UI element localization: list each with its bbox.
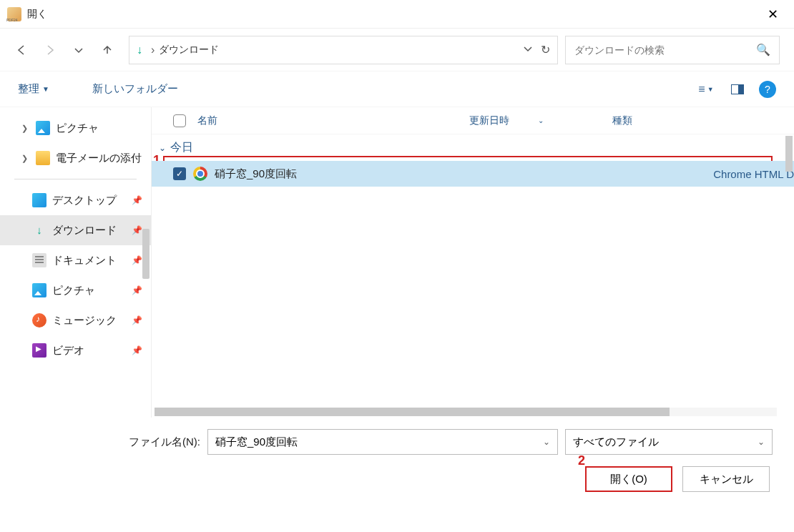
- window-title: 開く: [27, 8, 758, 21]
- pin-icon[interactable]: 📌: [132, 345, 142, 355]
- search-icon[interactable]: 🔍: [756, 43, 770, 56]
- video-icon: [32, 343, 46, 358]
- sidebar-label: ダウンロード: [52, 224, 117, 237]
- filename-input[interactable]: 硝子窓_90度回転 ⌄: [207, 429, 558, 455]
- search-box[interactable]: 🔍: [565, 36, 780, 64]
- forward-button[interactable]: [43, 43, 57, 57]
- tree-item-pictures[interactable]: ❯ ピクチャ: [0, 113, 151, 143]
- vertical-scrollbar[interactable]: [785, 136, 793, 172]
- nav-bar: ↓ › ダウンロード ↻ 🔍: [0, 29, 794, 72]
- chevron-right-icon[interactable]: ❯: [21, 124, 30, 133]
- column-type[interactable]: 種類: [612, 114, 632, 127]
- open-button[interactable]: 開く(O): [585, 466, 672, 492]
- file-checkbox[interactable]: ✓: [173, 167, 186, 180]
- pictures-icon: [36, 121, 50, 135]
- chevron-down-icon[interactable]: ⌄: [758, 437, 765, 447]
- sidebar-divider: [14, 179, 137, 179]
- recent-dropdown[interactable]: [72, 43, 86, 57]
- annotation-2: 2: [578, 453, 585, 468]
- title-bar: 開く ✕: [0, 0, 794, 29]
- music-icon: [32, 313, 46, 327]
- column-name[interactable]: 名前: [197, 114, 469, 127]
- sidebar-label: デスクトップ: [52, 194, 117, 207]
- download-icon: ↓: [32, 223, 46, 237]
- pin-icon[interactable]: 📌: [132, 285, 142, 295]
- chrome-icon: [193, 167, 207, 181]
- tree-item-email[interactable]: ❯ 電子メールの添付: [0, 143, 151, 173]
- file-name: 硝子窓_90度回転: [215, 167, 713, 181]
- up-button[interactable]: [100, 43, 114, 57]
- footer: ファイル名(N): 硝子窓_90度回転 ⌄ すべてのファイル ⌄ 2 開く(O)…: [0, 418, 794, 503]
- column-headers: 名前 更新日時⌄ 種類: [152, 107, 794, 134]
- pin-icon[interactable]: 📌: [132, 255, 142, 265]
- download-icon: ↓: [137, 44, 142, 56]
- back-button[interactable]: [14, 43, 29, 57]
- preview-pane-button[interactable]: [725, 77, 750, 102]
- sidebar-label: ビデオ: [52, 344, 84, 358]
- path-segment[interactable]: ダウンロード: [159, 44, 515, 56]
- sidebar-scrollbar[interactable]: [142, 229, 150, 279]
- sidebar-item-desktop[interactable]: デスクトップ 📌: [0, 185, 151, 215]
- new-folder-button[interactable]: 新しいフォルダー: [92, 82, 178, 96]
- pin-icon[interactable]: 📌: [132, 225, 142, 235]
- path-separator: ›: [151, 44, 155, 56]
- close-button[interactable]: ✕: [758, 6, 787, 22]
- path-dropdown[interactable]: [522, 43, 534, 57]
- document-icon: [32, 253, 46, 267]
- pin-icon[interactable]: 📌: [132, 195, 142, 205]
- app-icon: [7, 7, 21, 21]
- cancel-button[interactable]: キャンセル: [682, 466, 770, 492]
- file-type-filter[interactable]: すべてのファイル ⌄: [565, 429, 773, 455]
- organize-menu[interactable]: 整理 ▼: [18, 82, 49, 96]
- horizontal-scrollbar[interactable]: [155, 408, 777, 416]
- sidebar-item-video[interactable]: ビデオ 📌: [0, 335, 151, 365]
- sidebar-label: ドキュメント: [52, 254, 117, 267]
- address-bar[interactable]: ↓ › ダウンロード ↻: [129, 36, 558, 64]
- toolbar: 整理 ▼ 新しいフォルダー ≡ ▼ ?: [0, 72, 794, 107]
- refresh-button[interactable]: ↻: [541, 43, 550, 56]
- sidebar: ❯ ピクチャ ❯ 電子メールの添付 デスクトップ 📌 ↓ ダウンロード 📌 ドキ: [0, 107, 152, 418]
- sidebar-item-documents[interactable]: ドキュメント 📌: [0, 245, 151, 275]
- sidebar-label: ピクチャ: [52, 284, 95, 297]
- chevron-right-icon[interactable]: ❯: [21, 154, 30, 163]
- filename-label: ファイル名(N):: [129, 435, 200, 449]
- sidebar-item-music[interactable]: ミュージック 📌: [0, 305, 151, 335]
- scrollbar-thumb[interactable]: [155, 408, 670, 416]
- sidebar-label: ミュージック: [52, 314, 117, 327]
- pin-icon[interactable]: 📌: [132, 315, 142, 325]
- file-type: Chrome HTML D: [713, 168, 794, 180]
- folder-icon: [36, 151, 50, 165]
- view-menu[interactable]: ≡ ▼: [693, 77, 719, 102]
- sidebar-item-pictures[interactable]: ピクチャ 📌: [0, 275, 151, 305]
- tree-label: ピクチャ: [56, 122, 99, 135]
- select-all-checkbox[interactable]: [173, 114, 186, 127]
- sidebar-item-downloads[interactable]: ↓ ダウンロード 📌: [0, 215, 151, 245]
- search-input[interactable]: [574, 44, 756, 56]
- file-list: 名前 更新日時⌄ 種類 ⌄ 今日 1 ✓ 硝子窓_90度回転 Chrome HT…: [152, 107, 794, 418]
- file-row[interactable]: ✓ 硝子窓_90度回転 Chrome HTML D: [152, 161, 794, 187]
- tree-label: 電子メールの添付: [56, 152, 142, 165]
- chevron-down-icon[interactable]: ⌄: [543, 437, 550, 447]
- column-date[interactable]: 更新日時⌄: [469, 114, 612, 127]
- help-button[interactable]: ?: [759, 81, 776, 98]
- pictures-icon: [32, 283, 46, 297]
- desktop-icon: [32, 193, 46, 207]
- group-header-today[interactable]: ⌄ 今日: [152, 134, 794, 161]
- chevron-down-icon[interactable]: ⌄: [159, 143, 166, 153]
